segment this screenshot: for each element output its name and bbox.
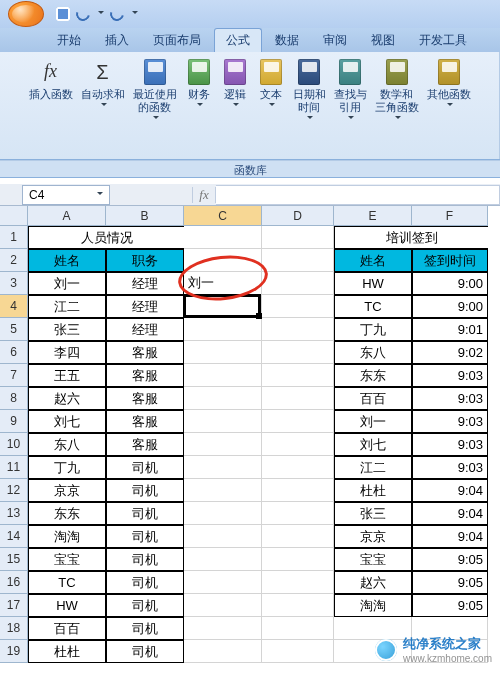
cell-A3[interactable]: 刘一 xyxy=(28,272,106,295)
cell-C11[interactable] xyxy=(184,456,262,479)
select-all-button[interactable] xyxy=(0,206,28,226)
tab-layout[interactable]: 页面布局 xyxy=(142,29,212,52)
cell-E9[interactable]: 刘一 xyxy=(334,410,412,433)
cell-D3[interactable] xyxy=(262,272,334,295)
cell-C16[interactable] xyxy=(184,571,262,594)
tab-formulas[interactable]: 公式 xyxy=(214,28,262,52)
cell-F8[interactable]: 9:03 xyxy=(412,387,488,410)
cell-A4[interactable]: 江二 xyxy=(28,295,106,318)
row-header[interactable]: 10 xyxy=(0,433,28,456)
redo-icon[interactable] xyxy=(107,4,126,23)
cell-D15[interactable] xyxy=(262,548,334,571)
save-icon[interactable] xyxy=(56,7,70,21)
cell-A2[interactable]: 姓名 xyxy=(28,249,106,272)
cell-F7[interactable]: 9:03 xyxy=(412,364,488,387)
cell-E15[interactable]: 宝宝 xyxy=(334,548,412,571)
row-header[interactable]: 17 xyxy=(0,594,28,617)
cell-D2[interactable] xyxy=(262,249,334,272)
cell-C17[interactable] xyxy=(184,594,262,617)
cell-C12[interactable] xyxy=(184,479,262,502)
cell-E2[interactable]: 姓名 xyxy=(334,249,412,272)
row-header[interactable]: 19 xyxy=(0,640,28,663)
cell-E18[interactable] xyxy=(334,617,412,640)
cell-C8[interactable] xyxy=(184,387,262,410)
cell-A5[interactable]: 张三 xyxy=(28,318,106,341)
cell-D6[interactable] xyxy=(262,341,334,364)
cell-F2[interactable]: 签到时间 xyxy=(412,249,488,272)
financial-button[interactable]: 财务 xyxy=(182,56,216,111)
logical-button[interactable]: 逻辑 xyxy=(218,56,252,111)
tab-insert[interactable]: 插入 xyxy=(94,29,140,52)
cell-B18[interactable]: 司机 xyxy=(106,617,184,640)
cell-E19[interactable] xyxy=(334,640,412,663)
cell-B10[interactable]: 客服 xyxy=(106,433,184,456)
cell-B11[interactable]: 司机 xyxy=(106,456,184,479)
cell-B2[interactable]: 职务 xyxy=(106,249,184,272)
cell-C9[interactable] xyxy=(184,410,262,433)
cell-A13[interactable]: 东东 xyxy=(28,502,106,525)
cell-E8[interactable]: 百百 xyxy=(334,387,412,410)
row-header[interactable]: 9 xyxy=(0,410,28,433)
tab-home[interactable]: 开始 xyxy=(46,29,92,52)
cell-B9[interactable]: 客服 xyxy=(106,410,184,433)
cell-A15[interactable]: 宝宝 xyxy=(28,548,106,571)
cell-E17[interactable]: 淘淘 xyxy=(334,594,412,617)
datetime-button[interactable]: 日期和 时间 xyxy=(290,56,329,124)
cell-F14[interactable]: 9:04 xyxy=(412,525,488,548)
cell-D8[interactable] xyxy=(262,387,334,410)
cell-A16[interactable]: TC xyxy=(28,571,106,594)
cell-B7[interactable]: 客服 xyxy=(106,364,184,387)
cell-C4[interactable] xyxy=(184,295,262,318)
cell-F11[interactable]: 9:03 xyxy=(412,456,488,479)
cell-B8[interactable]: 客服 xyxy=(106,387,184,410)
cell-D10[interactable] xyxy=(262,433,334,456)
cell-B14[interactable]: 司机 xyxy=(106,525,184,548)
cell-A19[interactable]: 杜杜 xyxy=(28,640,106,663)
cell-A6[interactable]: 李四 xyxy=(28,341,106,364)
cell-A12[interactable]: 京京 xyxy=(28,479,106,502)
chevron-down-icon[interactable] xyxy=(98,11,104,17)
col-header-A[interactable]: A xyxy=(28,206,106,226)
row-header[interactable]: 5 xyxy=(0,318,28,341)
cell-D13[interactable] xyxy=(262,502,334,525)
cell-D17[interactable] xyxy=(262,594,334,617)
insert-function-button[interactable]: fx插入函数 xyxy=(26,56,76,103)
cell-F12[interactable]: 9:04 xyxy=(412,479,488,502)
cell-D11[interactable] xyxy=(262,456,334,479)
recent-functions-button[interactable]: 最近使用 的函数 xyxy=(130,56,180,124)
cell-B5[interactable]: 经理 xyxy=(106,318,184,341)
cell-A11[interactable]: 丁九 xyxy=(28,456,106,479)
cell-E4[interactable]: TC xyxy=(334,295,412,318)
cell-D4[interactable] xyxy=(262,295,334,318)
cell-A8[interactable]: 赵六 xyxy=(28,387,106,410)
row-header[interactable]: 3 xyxy=(0,272,28,295)
office-button[interactable] xyxy=(8,1,44,27)
undo-icon[interactable] xyxy=(73,4,92,23)
cell-E3[interactable]: HW xyxy=(334,272,412,295)
cell-D5[interactable] xyxy=(262,318,334,341)
row-header[interactable]: 15 xyxy=(0,548,28,571)
cell-F15[interactable]: 9:05 xyxy=(412,548,488,571)
cell-D16[interactable] xyxy=(262,571,334,594)
row-header[interactable]: 4 xyxy=(0,295,28,318)
cell-F10[interactable]: 9:03 xyxy=(412,433,488,456)
row-header[interactable]: 1 xyxy=(0,226,28,249)
name-box[interactable]: C4 xyxy=(22,185,110,205)
cell-F17[interactable]: 9:05 xyxy=(412,594,488,617)
cell-C10[interactable] xyxy=(184,433,262,456)
cell-F4[interactable]: 9:00 xyxy=(412,295,488,318)
row-header[interactable]: 16 xyxy=(0,571,28,594)
cell-F9[interactable]: 9:03 xyxy=(412,410,488,433)
tab-review[interactable]: 审阅 xyxy=(312,29,358,52)
cell-F16[interactable]: 9:05 xyxy=(412,571,488,594)
row-header[interactable]: 11 xyxy=(0,456,28,479)
chevron-down-icon[interactable] xyxy=(97,192,103,198)
row-header[interactable]: 8 xyxy=(0,387,28,410)
cell-E1[interactable]: 培训签到 xyxy=(334,226,488,249)
col-header-C[interactable]: C xyxy=(184,206,262,226)
cell-E12[interactable]: 杜杜 xyxy=(334,479,412,502)
col-header-F[interactable]: F xyxy=(412,206,488,226)
autosum-button[interactable]: Σ自动求和 xyxy=(78,56,128,111)
cell-C18[interactable] xyxy=(184,617,262,640)
cell-F3[interactable]: 9:00 xyxy=(412,272,488,295)
